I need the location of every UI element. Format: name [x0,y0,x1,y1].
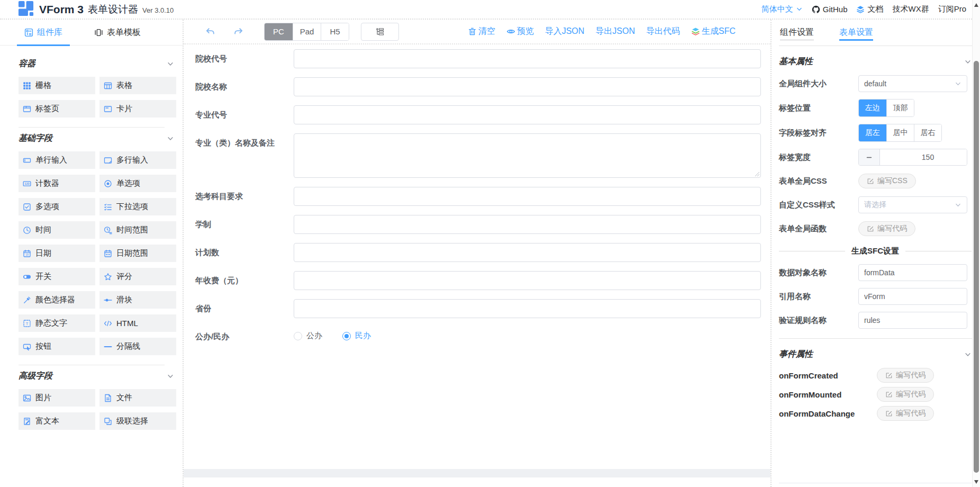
eye-icon [506,27,515,36]
chevron-down-icon[interactable] [167,373,174,380]
segmented-option[interactable]: 居左 [859,124,886,141]
component-item[interactable]: 富文本 [19,412,95,430]
component-item[interactable]: 图片 [19,389,95,407]
write-code-button[interactable]: 编写代码 [877,368,934,383]
settings-text-input[interactable] [858,288,967,305]
header-link[interactable]: 订阅Pro [938,4,966,14]
form-field-control [294,243,761,262]
device-option-h5[interactable]: H5 [321,23,349,40]
color-icon [23,296,31,304]
component-item[interactable]: 单选项 [99,175,176,192]
component-item[interactable]: 多选项 [19,198,95,215]
device-option-pc[interactable]: PC [265,23,293,40]
settings-row-control: 编写代码 [858,221,972,236]
component-item-label: 日期 [35,248,51,258]
form-text-input[interactable] [294,187,761,206]
toolbar-action[interactable]: 清空 [468,26,495,37]
redo-icon[interactable] [233,26,244,37]
form-text-input[interactable] [294,271,761,290]
svg-text:123: 123 [24,182,29,185]
write-code-button[interactable]: 编写代码 [877,387,934,402]
header-link[interactable]: 简体中文 [761,4,803,14]
settings-text-input[interactable] [858,312,967,329]
select-dropdown[interactable]: default [858,75,967,92]
write-code-button[interactable]: 编写代码 [877,406,934,421]
scrollbar-thumb[interactable] [974,61,979,473]
form-text-input[interactable] [294,215,761,234]
chevron-down-icon[interactable] [964,351,972,358]
component-item[interactable]: 123计数器 [19,175,95,192]
component-item[interactable]: 单行输入 [19,151,95,169]
segmented-option[interactable]: 左边 [859,100,886,116]
component-item[interactable]: 时间范围 [99,221,176,239]
settings-row-control [858,264,972,281]
chevron-down-icon[interactable] [964,58,972,66]
form-textarea[interactable] [294,133,761,178]
form-text-input[interactable] [294,49,761,68]
select-dropdown[interactable]: 请选择 [858,196,967,213]
component-item[interactable]: 级联选择 [99,412,176,430]
component-item[interactable]: 表格 [99,77,176,94]
component-item[interactable]: 开关 [19,268,95,285]
toolbar-action[interactable]: 导出代码 [646,26,680,37]
radio-group: 公办民办 [294,327,761,341]
write-code-button-label: 编写代码 [896,390,925,399]
component-item-label: 多选项 [35,202,59,212]
tab-form-settings[interactable]: 表单设置 [839,20,873,46]
form-text-input[interactable] [294,299,761,318]
component-item[interactable]: 分隔线 [99,338,176,355]
stepper-decrease-button[interactable] [859,149,880,165]
form-field-label: 学制 [195,215,294,229]
tab-form-template[interactable]: 表单模板 [94,20,141,45]
component-item[interactable]: 日期范围 [99,245,176,262]
component-item[interactable]: 评分 [99,268,176,285]
header-link[interactable]: GitHub [812,5,848,14]
header-link[interactable]: 技术WX群 [892,4,929,14]
component-item[interactable]: 文件 [99,389,176,407]
radio-option[interactable]: 民办 [342,331,371,341]
component-item[interactable]: 颜色选择器 [19,291,95,309]
form-text-input[interactable] [294,243,761,262]
write-code-button[interactable]: 编写代码 [858,221,915,236]
component-item[interactable]: 时间 [19,221,95,239]
component-item[interactable]: 多行输入 [99,151,176,169]
chevron-down-icon[interactable] [167,135,174,142]
node-tree-button[interactable] [361,23,399,41]
component-item[interactable]: HTML [99,314,176,332]
component-item[interactable]: 卡片 [99,100,176,118]
segmented-option[interactable]: 居右 [914,124,941,141]
header-link[interactable]: 文档 [856,4,883,14]
component-item[interactable]: 栅格 [19,77,95,94]
component-item[interactable]: 标签页 [19,100,95,118]
radio-option[interactable]: 公办 [294,331,322,341]
html-icon [104,319,112,328]
radio-circle-icon [294,332,302,340]
toolbar-action[interactable]: 预览 [506,26,534,37]
component-item[interactable]: 按钮 [19,338,95,355]
form-text-input[interactable] [294,77,761,96]
component-item[interactable]: 滑块 [99,291,176,309]
segmented-option[interactable]: 顶部 [886,100,914,116]
component-item[interactable]: T静态文字 [19,314,95,332]
form-design-canvas[interactable]: 院校代号院校名称专业代号专业（类）名称及备注选考科目要求学制计划数年收费（元）省… [184,44,770,469]
settings-text-input[interactable] [858,264,967,281]
segmented-option[interactable]: 居中 [886,124,914,141]
toolbar-action[interactable]: 导出JSON [595,26,635,37]
write-code-button[interactable]: 编写CSS [858,174,916,188]
scrollbar-up-arrow[interactable] [974,3,978,7]
toolbar-action[interactable]: 生成SFC [691,26,736,37]
scrollbar-down-arrow[interactable] [974,480,978,484]
undo-icon[interactable] [205,26,215,37]
tab-widget-settings[interactable]: 组件设置 [780,20,814,46]
device-option-pad[interactable]: Pad [293,23,321,40]
tab-component-lib[interactable]: 组件库 [24,20,62,45]
form-text-input[interactable] [294,105,761,124]
toolbar-action[interactable]: 导入JSON [545,26,585,37]
chevron-down-icon[interactable] [167,60,174,68]
stepper-input[interactable] [880,149,967,165]
component-item[interactable]: 下拉选项 [99,198,176,215]
grid-icon [23,82,31,90]
vertical-scrollbar[interactable] [972,0,980,487]
component-item[interactable]: 19日期 [19,245,95,262]
form-field-row: 计划数 [195,243,761,262]
